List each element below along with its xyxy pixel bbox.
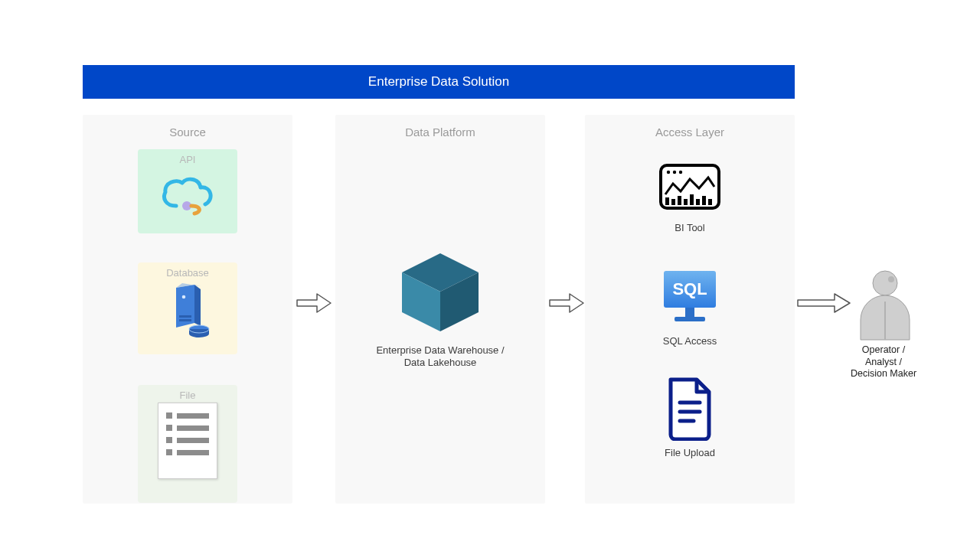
svg-rect-23	[708, 199, 712, 205]
access-item-sql: SQL SQL Access	[585, 268, 795, 347]
svg-point-14	[673, 171, 676, 174]
access-item-bi: BI Tool	[585, 161, 795, 233]
title-text: Enterprise Data Solution	[368, 74, 509, 90]
cloud-api-icon	[138, 167, 237, 222]
diagram-canvas: Enterprise Data Solution Source API Data…	[0, 0, 980, 551]
database-server-icon	[138, 280, 237, 343]
source-card-database: Database	[138, 262, 237, 354]
cube-warehouse-icon	[335, 246, 545, 337]
svg-rect-19	[684, 199, 688, 205]
source-card-api: API	[138, 149, 237, 233]
access-item-file-upload: File Upload	[585, 377, 795, 458]
file-list-icon	[158, 403, 217, 479]
svg-rect-20	[690, 194, 694, 205]
arrow-source-to-platform	[296, 291, 332, 315]
svg-rect-6	[179, 319, 191, 321]
platform-item-label: Enterprise Data Warehouse / Data Lakehou…	[335, 344, 545, 370]
access-sql-label: SQL Access	[585, 335, 795, 347]
access-file-label: File Upload	[585, 447, 795, 458]
source-api-label: API	[138, 154, 237, 165]
user-label: Operator / Analyst / Decision Maker	[838, 344, 929, 380]
arrow-platform-to-access	[548, 291, 585, 315]
column-access: Access Layer	[585, 115, 795, 504]
source-card-file: File	[138, 385, 237, 503]
svg-rect-16	[665, 197, 669, 205]
svg-rect-26	[675, 317, 705, 321]
column-platform: Data Platform Enterprise Data Warehouse …	[335, 115, 545, 504]
svg-point-30	[873, 271, 897, 295]
sql-badge-text: SQL	[672, 279, 707, 298]
file-upload-icon	[585, 377, 795, 441]
svg-rect-21	[696, 199, 700, 205]
svg-rect-25	[685, 308, 694, 317]
arrow-access-to-user	[796, 291, 851, 315]
svg-point-4	[182, 295, 186, 299]
source-file-label: File	[138, 390, 237, 401]
column-platform-title: Data Platform	[335, 126, 545, 139]
sql-monitor-icon: SQL	[585, 268, 795, 329]
column-source: Source API Database	[83, 115, 292, 504]
svg-point-13	[667, 171, 670, 174]
svg-point-15	[679, 171, 682, 174]
title-bar: Enterprise Data Solution	[83, 65, 795, 99]
user-icon	[854, 266, 916, 345]
svg-rect-5	[179, 315, 191, 318]
svg-rect-17	[671, 199, 675, 205]
access-bi-label: BI Tool	[585, 222, 795, 233]
svg-rect-22	[702, 196, 706, 205]
svg-point-31	[888, 276, 894, 282]
source-database-label: Database	[138, 267, 237, 279]
column-source-title: Source	[83, 126, 292, 139]
column-access-title: Access Layer	[585, 126, 795, 139]
svg-marker-2	[194, 285, 201, 326]
bi-chart-icon	[585, 161, 795, 216]
svg-rect-18	[678, 196, 681, 205]
